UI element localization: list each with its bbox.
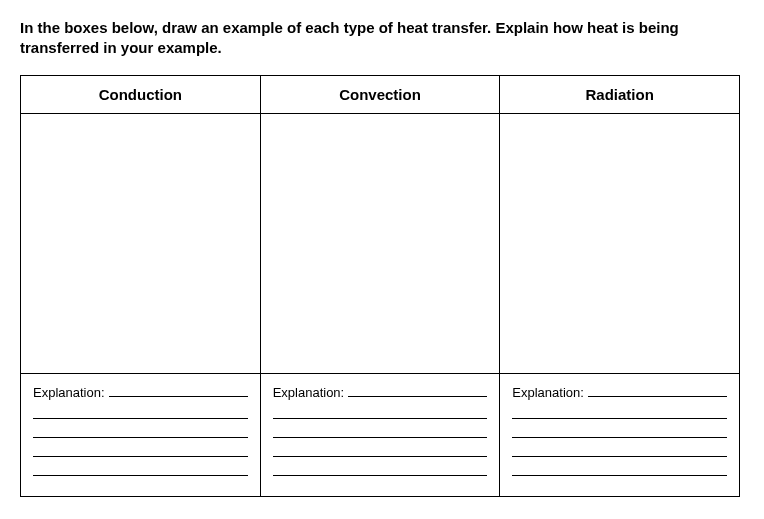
drawing-area-conduction[interactable]: [21, 114, 261, 374]
explanation-label: Explanation:: [273, 385, 345, 400]
instructions-text: In the boxes below, draw an example of e…: [20, 18, 730, 57]
explanation-cell-radiation[interactable]: Explanation:: [500, 374, 740, 497]
write-line[interactable]: [33, 444, 248, 457]
write-line[interactable]: [588, 384, 727, 397]
heat-transfer-table: Conduction Convection Radiation Explanat…: [20, 75, 740, 497]
write-line[interactable]: [33, 463, 248, 476]
write-line[interactable]: [512, 463, 727, 476]
explanation-cell-convection[interactable]: Explanation:: [260, 374, 500, 497]
write-line[interactable]: [512, 425, 727, 438]
write-line[interactable]: [512, 406, 727, 419]
drawing-area-radiation[interactable]: [500, 114, 740, 374]
write-line[interactable]: [109, 384, 248, 397]
drawing-area-convection[interactable]: [260, 114, 500, 374]
write-line[interactable]: [348, 384, 487, 397]
column-header-convection: Convection: [260, 76, 500, 114]
column-header-conduction: Conduction: [21, 76, 261, 114]
explanation-cell-conduction[interactable]: Explanation:: [21, 374, 261, 497]
explanation-label: Explanation:: [33, 385, 105, 400]
write-line[interactable]: [273, 463, 488, 476]
write-line[interactable]: [273, 406, 488, 419]
column-header-radiation: Radiation: [500, 76, 740, 114]
write-line[interactable]: [33, 425, 248, 438]
write-line[interactable]: [33, 406, 248, 419]
write-line[interactable]: [273, 425, 488, 438]
explanation-label: Explanation:: [512, 385, 584, 400]
write-line[interactable]: [512, 444, 727, 457]
write-line[interactable]: [273, 444, 488, 457]
